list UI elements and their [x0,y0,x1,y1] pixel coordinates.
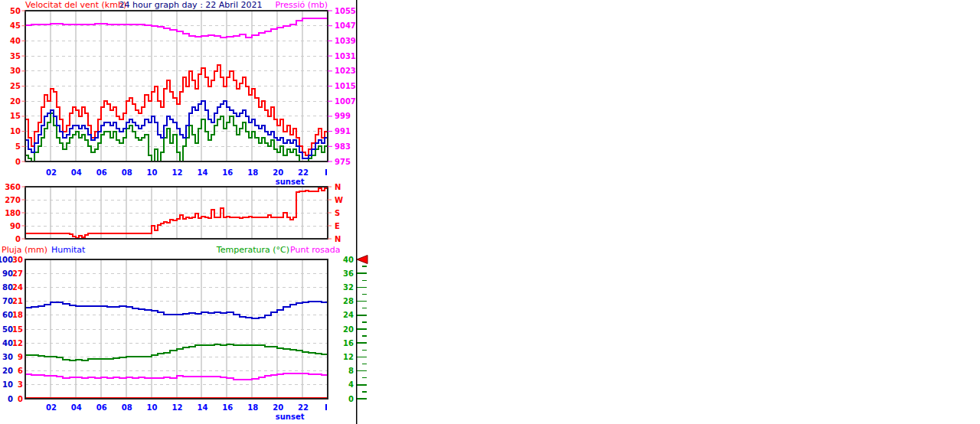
hour-label: 14 [197,168,207,177]
humidity-tick-label: 0 [8,395,13,403]
pressure-tick-label: 991 [335,127,351,135]
pressure-tick-label: 1039 [335,37,356,45]
dewpoint-series-title: Punt rosada [290,245,340,255]
direction-deg-tick-label: 180 [5,209,21,217]
temperature-tick-label: 24 [343,311,354,319]
hour-label: 16 [222,403,233,412]
rain-tick-label: 15 [12,325,23,334]
wind-speed-tick-label: 20 [10,97,21,106]
hour-label: 02 [46,168,57,177]
humidity-tick-label: 100 [0,256,13,264]
wind-speed-tick-label: 5 [15,142,21,151]
hour-label: 20 [273,403,283,412]
hour-label: 02 [46,403,57,412]
pressure-tick-label: 983 [335,142,351,151]
rain-tick-label: 24 [12,283,23,292]
hour-label: 12 [172,168,183,177]
hour-label: 04 [71,403,82,412]
temperature-tick-label: 20 [343,325,354,334]
wind-speed-tick-label: 0 [15,158,21,166]
hour-label: 14 [197,403,207,412]
direction-deg-tick-label: 270 [5,196,21,204]
humidity-tick-label: 60 [2,311,13,319]
temperature-tick-label: 12 [343,353,354,361]
hour-label: 16 [222,168,233,177]
humidity-tick-label: 80 [2,283,13,292]
wind-speed-tick-label: 50 [10,7,21,15]
sunset-label: sunset [276,413,305,421]
hour-label: 18 [247,403,258,412]
temperature-tick-label: 40 [343,256,354,264]
direction-cardinal-label: S [335,209,340,217]
hour-24-clipped-label [325,404,327,410]
rain-tick-label: 3 [18,380,23,389]
rain-tick-label: 21 [12,297,23,305]
direction-deg-tick-label: 360 [5,183,21,191]
direction-deg-tick-label: 0 [15,235,21,243]
wind-speed-tick-label: 45 [10,21,21,30]
hour-label: 12 [172,403,183,412]
rain-tick-label: 9 [18,353,23,361]
humidity-tick-label: 40 [2,339,13,347]
temperature-tick-label: 0 [348,395,354,403]
hour-label: 20 [273,168,283,177]
weather-24h-graph-page: Velocitat del vent (kmh) 24 hour graph d… [0,0,980,424]
humidity-tick-label: 30 [2,353,13,361]
humidity-tick-label: 10 [2,380,13,389]
direction-cardinal-label: W [335,196,343,204]
hour-label: 10 [147,403,158,412]
hour-label: 22 [298,403,309,412]
humidity-tick-label: 20 [2,367,13,375]
temperature-tick-label: 32 [343,283,354,292]
humidity-tick-label: 90 [2,269,13,278]
temp-pointer-icon [357,256,368,264]
wind-axis-title: Velocitat del vent (kmh) [25,0,126,10]
pressure-tick-label: 1015 [335,82,356,90]
pressure-tick-label: 1031 [335,52,356,60]
hour-label: 08 [122,403,132,412]
wind-speed-tick-label: 15 [10,112,21,120]
charts-canvas: Velocitat del vent (kmh) 24 hour graph d… [0,0,980,424]
hour-label: 22 [298,168,309,177]
temperature-tick-label: 4 [348,380,354,389]
hour-label: 18 [247,168,258,177]
direction-cardinal-label: N [335,183,341,191]
hour-label: 06 [96,168,107,177]
rain-tick-label: 0 [18,395,23,403]
wind-speed-tick-label: 25 [10,82,21,90]
pressure-tick-label: 1047 [335,21,356,30]
rain-axis-title: Pluja (mm) [2,245,47,255]
wind-speed-tick-label: 30 [10,67,21,75]
graph-title: 24 hour graph day : 22 Abril 2021 [119,0,263,10]
pressure-tick-label: 1055 [335,7,356,15]
hour-label: 10 [147,168,158,177]
humidity-axis-title: Humitat [51,245,86,255]
rain-tick-label: 27 [12,269,23,278]
hour-label: 06 [96,403,107,412]
direction-cardinal-label: E [335,222,340,230]
rain-tick-label: 6 [18,367,23,375]
pressure-tick-label: 975 [335,158,351,166]
rain-tick-label: 12 [12,339,23,347]
temperature-tick-label: 16 [343,339,354,347]
wind-speed-tick-label: 35 [10,52,21,60]
rain-tick-label: 18 [12,311,23,319]
sunset-label: sunset [276,178,305,186]
pressure-axis-title: Pressió (mb) [275,0,328,10]
temperature-tick-label: 8 [348,367,354,375]
hour-24-clipped-label [325,169,327,175]
humidity-tick-label: 50 [2,325,13,334]
direction-deg-tick-label: 90 [10,222,21,230]
rain-tick-label: 30 [12,256,23,264]
temperature-tick-label: 36 [343,269,354,278]
temperature-axis-title: Temperatura (°C) [216,245,289,255]
page-divider-line [356,0,358,424]
pressure-tick-label: 999 [335,112,351,120]
pressure-tick-label: 1007 [335,97,356,106]
hour-label: 04 [71,168,82,177]
humidity-tick-label: 70 [2,297,13,305]
hour-label: 08 [122,168,132,177]
wind-speed-tick-label: 40 [10,37,21,45]
temperature-tick-label: 28 [343,297,354,305]
generated-chart-graphics: 0510152025303540455097598399199910071015… [0,0,368,424]
